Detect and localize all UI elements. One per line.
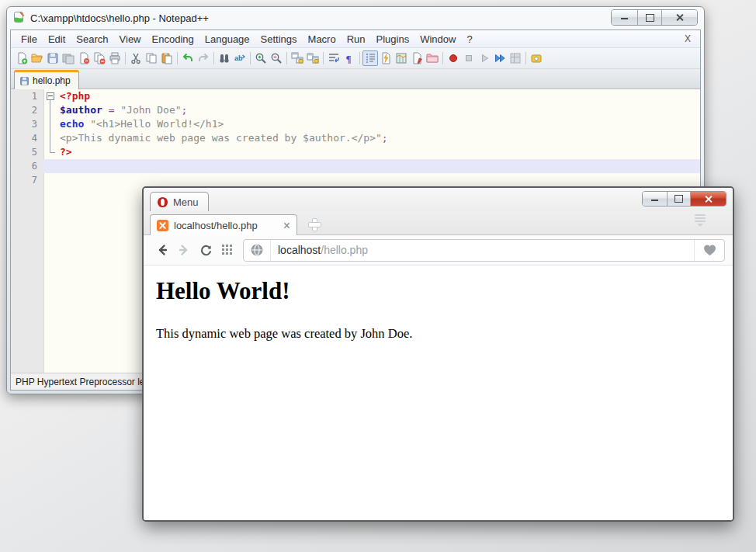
menu-help[interactable]: ? (461, 33, 477, 45)
menu-view[interactable]: View (114, 33, 147, 45)
url-path: /hello.php (321, 244, 368, 256)
notepadpp-toolbar: ab¶ (11, 48, 700, 69)
replace-icon[interactable]: ab (232, 50, 248, 66)
menu-macro[interactable]: Macro (303, 33, 342, 45)
word-wrap-icon[interactable] (326, 50, 342, 66)
sync-horizontal-icon[interactable] (305, 50, 321, 66)
opera-window: Menu localhost/hello.php (142, 186, 734, 522)
opera-window-controls (642, 191, 727, 207)
back-button[interactable] (151, 239, 173, 261)
open-file-icon[interactable] (29, 50, 45, 66)
page-heading: Hello World! (156, 277, 720, 305)
fold-margin (43, 173, 57, 187)
svg-text:¶: ¶ (346, 53, 352, 64)
fold-margin-line-icon (43, 103, 57, 117)
cut-icon[interactable] (128, 50, 144, 66)
menubar-close-document-button[interactable]: X (680, 33, 695, 44)
menu-edit[interactable]: Edit (43, 33, 71, 45)
minimize-button[interactable] (643, 192, 668, 206)
plugins-icon[interactable] (529, 50, 544, 66)
reload-button[interactable] (195, 239, 217, 261)
zoom-in-icon[interactable] (253, 50, 269, 66)
find-icon[interactable] (217, 50, 232, 66)
url-text[interactable]: localhost/hello.php (271, 244, 694, 256)
zoom-out-icon[interactable] (269, 50, 284, 66)
save-icon[interactable] (45, 50, 61, 66)
code-line-4[interactable]: 4<p>This dynamic web page was created by… (11, 131, 700, 145)
forward-button[interactable] (173, 239, 195, 261)
close-all-icon[interactable] (92, 50, 107, 66)
line-number: 3 (11, 117, 43, 131)
notepadpp-tabbar: hello.php (11, 69, 700, 89)
menu-language[interactable]: Language (199, 33, 255, 45)
speed-dial-button[interactable] (217, 239, 238, 261)
code-line-3[interactable]: 3echo "<h1>Hello World!</h1> (11, 117, 700, 131)
redo-icon[interactable] (196, 50, 211, 66)
browser-page-content: Hello World! This dynamic web page was c… (144, 266, 733, 520)
menu-file[interactable]: File (16, 33, 43, 45)
reload-icon (199, 244, 213, 257)
close-button[interactable] (691, 192, 726, 206)
sync-vertical-icon[interactable] (290, 50, 305, 66)
opera-titlebar[interactable]: Menu (144, 188, 733, 211)
opera-menu-button[interactable]: Menu (150, 192, 209, 211)
copy-icon[interactable] (144, 50, 159, 66)
notepadpp-titlebar[interactable]: C:\xampp\htdocs\hello.php - Notepad++ (10, 7, 701, 30)
code-line-6[interactable]: 6 (11, 159, 700, 173)
stop-macro-icon[interactable] (461, 50, 477, 66)
tab-close-icon[interactable] (283, 222, 290, 229)
record-macro-icon[interactable] (446, 50, 461, 66)
code-text: <p>This dynamic web page was created by … (57, 131, 700, 145)
close-icon (704, 195, 713, 203)
status-text: PHP Hypertext Preprocessor le (16, 377, 145, 387)
play-macro-icon[interactable] (477, 50, 492, 66)
fold-margin-end-icon (43, 145, 57, 159)
tab-menu-icon[interactable] (694, 214, 706, 230)
tab-label: localhost/hello.php (174, 220, 278, 231)
tab-hello-php[interactable]: hello.php (14, 70, 79, 89)
bookmark-heart-button[interactable] (694, 240, 724, 261)
save-all-icon[interactable] (61, 50, 76, 66)
show-all-characters-icon[interactable]: ¶ (342, 50, 357, 66)
fold-margin-box-icon[interactable] (43, 89, 57, 103)
close-button[interactable] (662, 10, 697, 25)
opera-logo-icon (157, 196, 168, 208)
paste-icon[interactable] (159, 50, 175, 66)
address-bar[interactable]: localhost/hello.php (243, 239, 725, 262)
code-line-5[interactable]: 5?> (11, 145, 700, 159)
menu-window[interactable]: Window (414, 33, 461, 45)
code-line-7[interactable]: 7 (11, 173, 700, 187)
minimize-button[interactable] (612, 10, 638, 25)
indent-guide-icon[interactable] (362, 50, 378, 66)
document-map-icon[interactable] (394, 50, 409, 66)
maximize-button[interactable] (638, 10, 662, 25)
notepadpp-menubar: FileEditSearchViewEncodingLanguageSettin… (11, 30, 700, 48)
desktop: C:\xampp\htdocs\hello.php - Notepad++ Fi… (0, 0, 756, 552)
close-file-icon[interactable] (76, 50, 92, 66)
print-icon[interactable] (107, 50, 123, 66)
new-file-icon[interactable] (14, 50, 29, 66)
menu-encoding[interactable]: Encoding (147, 33, 199, 45)
folder-as-workspace-icon[interactable] (425, 50, 440, 66)
back-icon (155, 243, 169, 257)
new-tab-button[interactable] (308, 218, 321, 231)
menu-plugins[interactable]: Plugins (371, 33, 415, 45)
heart-icon (703, 245, 716, 256)
menu-search[interactable]: Search (71, 33, 113, 45)
maximize-button[interactable] (668, 192, 691, 206)
site-badge-icon[interactable] (244, 240, 271, 261)
toolbar-separator (213, 52, 214, 64)
grid-icon (222, 245, 234, 256)
save-macro-icon[interactable] (508, 50, 523, 66)
code-line-1[interactable]: 1<?php (11, 89, 700, 103)
svg-text:ab: ab (234, 54, 243, 62)
code-text: <?php (57, 89, 700, 103)
code-line-2[interactable]: 2$author = "John Doe"; (11, 103, 700, 117)
menu-run[interactable]: Run (342, 33, 371, 45)
undo-icon[interactable] (180, 50, 196, 66)
function-completion-icon[interactable] (378, 50, 394, 66)
menu-settings[interactable]: Settings (255, 33, 303, 45)
tab-localhost-hello-php[interactable]: localhost/hello.php (150, 214, 297, 235)
document-switcher-icon[interactable] (409, 50, 425, 66)
run-macro-multiple-icon[interactable] (492, 50, 508, 66)
